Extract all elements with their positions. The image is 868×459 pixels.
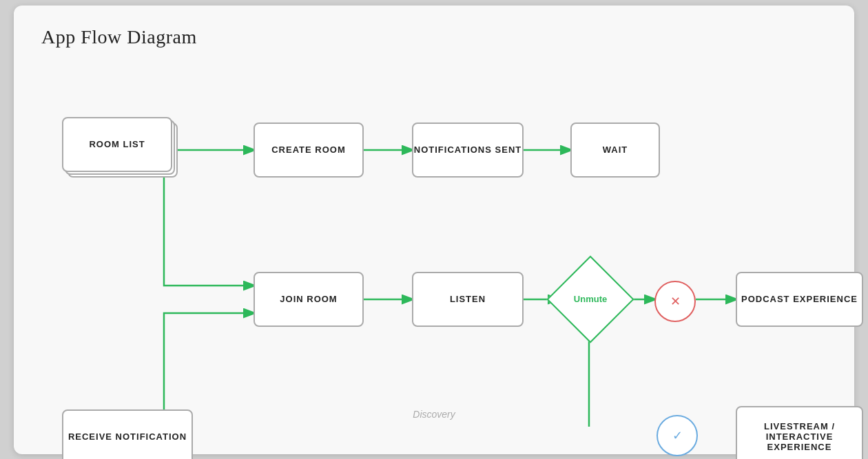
room-list-node: ROOM LIST (62, 117, 178, 178)
x-circle: ✕ (654, 281, 696, 322)
livestream-experience-node: LIVESTREAM / INTERACTIVE EXPERIENCE (736, 406, 863, 460)
diagram-container: App Flow Diagram (14, 6, 854, 454)
listen-node: LISTEN (412, 272, 524, 327)
join-room-node: JOIN ROOM (254, 272, 364, 327)
receive-notification-node: RECEIVE NOTIFICATION (62, 409, 193, 460)
wait-node: WAIT (570, 122, 660, 178)
notifications-sent-node: NOTIFICATIONS SENT (412, 122, 524, 178)
podcast-experience-node: PODCAST EXPERIENCE (736, 272, 863, 327)
flow-area: ROOM LIST CREATE ROOM NOTIFICATIONS SENT… (41, 69, 827, 427)
unmute-diamond (546, 255, 634, 343)
check-circle: ✓ (657, 415, 698, 456)
stack-card-front: ROOM LIST (62, 117, 172, 172)
create-room-node: CREATE ROOM (254, 122, 364, 178)
diagram-title: App Flow Diagram (41, 26, 827, 48)
discovery-label: Discovery (413, 409, 455, 420)
